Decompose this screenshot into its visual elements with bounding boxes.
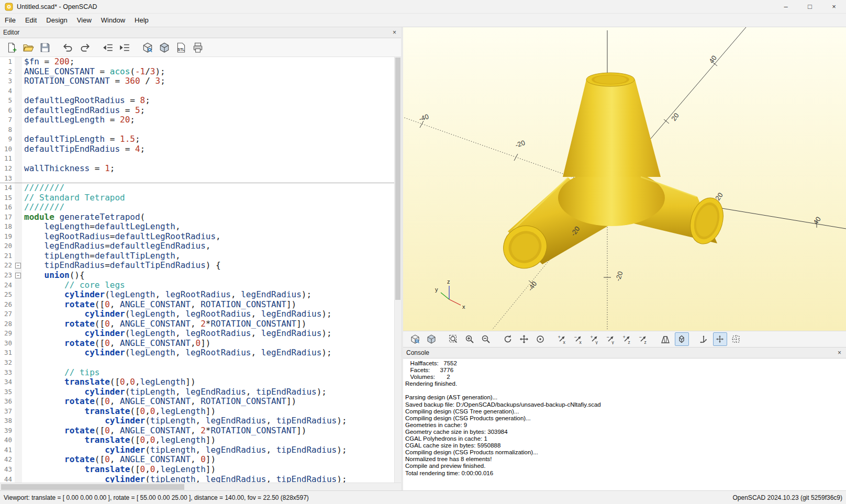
code-line[interactable]: 32	[0, 358, 401, 368]
print-button[interactable]	[190, 40, 206, 55]
show-axes-button[interactable]	[697, 332, 711, 346]
maximize-button[interactable]: □	[798, 0, 822, 13]
line-number: 41	[0, 445, 15, 455]
indent-button[interactable]	[117, 40, 132, 55]
new-file-button[interactable]	[4, 40, 19, 55]
code-line[interactable]: 20 legEndRadius=defaultlegEndRadius,	[0, 241, 401, 251]
code-line[interactable]: 30 rotate([0, ANGLE_CONSTANT,0])	[0, 339, 401, 349]
code-line[interactable]: 29 cylinder(legLength, legRootRadius, le…	[0, 329, 401, 339]
close-button[interactable]: ×	[822, 0, 846, 13]
view-all-button[interactable]	[447, 332, 461, 346]
save-button[interactable]	[37, 40, 53, 55]
code-line[interactable]: 18 legLength=defaultLegLength,	[0, 222, 401, 232]
code-line[interactable]: 44 cylinder(tipLength, legEndRadius, tip…	[0, 475, 401, 483]
zoom-in-button[interactable]	[463, 332, 477, 346]
render-button[interactable]	[157, 40, 172, 55]
fold-margin	[15, 455, 22, 465]
view-front-button[interactable]: z+	[620, 332, 634, 346]
menu-design[interactable]: Design	[41, 15, 72, 26]
editor-close-button[interactable]: ×	[388, 29, 401, 36]
view-back-button[interactable]: z−	[637, 332, 651, 346]
scrollbar-thumb[interactable]	[395, 58, 400, 300]
zoom-out-button[interactable]	[479, 332, 493, 346]
code-line[interactable]: 22− tipEndRadius=defaultTipEndRadius) {	[0, 261, 401, 271]
scrollbar-thumb[interactable]	[1, 484, 184, 490]
code-line[interactable]: 3ROTATION_CONSTANT = 360 / 3;	[0, 76, 401, 86]
preview-button[interactable]	[140, 40, 155, 55]
console-close-button[interactable]: ×	[833, 349, 846, 356]
code-line[interactable]: 15// Standard Tetrapod	[0, 193, 401, 203]
code-line[interactable]: 25 cylinder(legLength, legRootRadius, le…	[0, 290, 401, 300]
code-line[interactable]: 26 rotate([0, ANGLE_CONSTANT, ROTATION_C…	[0, 300, 401, 310]
minimize-button[interactable]: –	[774, 0, 798, 13]
code-line[interactable]: 7defaultLegLength = 20;	[0, 115, 401, 125]
code-line[interactable]: 38 cylinder(tipLength, legEndRadius, tip…	[0, 416, 401, 426]
show-crosshairs-button[interactable]	[729, 332, 743, 346]
code-line[interactable]: 8	[0, 125, 401, 135]
code-editor[interactable]: 1$fn = 200;2ANGLE_CONSTANT = acos(-1/3);…	[0, 57, 401, 483]
menu-edit[interactable]: Edit	[20, 15, 41, 26]
code-line[interactable]: 36 rotate([0, ANGLE_CONSTANT, ROTATION_C…	[0, 397, 401, 407]
menu-window[interactable]: Window	[96, 15, 130, 26]
code-line[interactable]: 40 translate([0,0,legLength])	[0, 435, 401, 445]
open-button[interactable]	[20, 40, 36, 55]
code-line[interactable]: 43 translate([0,0,legLength])	[0, 465, 401, 475]
code-line[interactable]: 35 cylinder(tipLength, legEndRadius, tip…	[0, 387, 401, 397]
preview-button[interactable]	[408, 332, 422, 346]
menu-help[interactable]: Help	[130, 15, 153, 26]
code-line[interactable]: 11	[0, 154, 401, 164]
menu-file[interactable]: File	[0, 15, 20, 26]
code-line[interactable]: 34 translate([0,0,legLength])	[0, 377, 401, 387]
export-stl-button[interactable]: STL	[173, 40, 189, 55]
perspective-button[interactable]	[659, 332, 673, 346]
redo-button[interactable]	[77, 40, 93, 55]
show-scale-markers-button[interactable]	[713, 332, 727, 346]
code-line[interactable]: 4	[0, 86, 401, 96]
render-icon	[159, 42, 170, 53]
3d-viewport[interactable]: 4020-40-202040-20-40-20 z x y	[403, 27, 846, 331]
rotate-view-button[interactable]	[501, 332, 515, 346]
line-number: 9	[0, 135, 15, 144]
code-line[interactable]: 6defaultlegEndRadius = 5;	[0, 106, 401, 116]
undo-button[interactable]	[60, 40, 76, 55]
orthogonal-button[interactable]	[675, 332, 689, 346]
code-line[interactable]: 28 rotate([0, ANGLE_CONSTANT, 2*ROTATION…	[0, 319, 401, 329]
code-line[interactable]: 21 tipLength=defaultTipLength,	[0, 251, 401, 261]
move-view-button[interactable]	[517, 332, 531, 346]
code-line[interactable]: 31 cylinder(legLength, legRootRadius, le…	[0, 348, 401, 358]
code-line[interactable]: 24 // core legs	[0, 281, 401, 290]
code-line[interactable]: 27 cylinder(legLength, legRootRadius, le…	[0, 309, 401, 319]
view-top-button[interactable]: y+	[588, 332, 602, 346]
console-line: Volumes: 2	[405, 374, 846, 380]
unindent-button[interactable]	[100, 40, 116, 55]
fold-margin	[15, 358, 22, 368]
code-line[interactable]: 39 rotate([0, ANGLE_CONSTANT, 2*ROTATION…	[0, 426, 401, 436]
view-right-button[interactable]: x+	[555, 332, 570, 346]
code-line[interactable]: 17module generateTetrapod(	[0, 212, 401, 222]
code-line[interactable]: 16////////	[0, 203, 401, 212]
code-line[interactable]: 12wallThickness = 1;	[0, 164, 401, 174]
center-view-button[interactable]	[533, 332, 548, 346]
code-line[interactable]: 23− union(){	[0, 271, 401, 281]
render-button[interactable]	[425, 332, 439, 346]
code-line[interactable]: 10defaultTipEndRadius = 4;	[0, 144, 401, 154]
fold-marker[interactable]: −	[15, 271, 22, 281]
code-line[interactable]: 33 // tips	[0, 368, 401, 378]
code-line[interactable]: 37 translate([0,0,legLength])	[0, 407, 401, 417]
code-line[interactable]: 2ANGLE_CONSTANT = acos(-1/3);	[0, 67, 401, 77]
editor-horizontal-scrollbar[interactable]	[0, 483, 401, 490]
editor-vertical-scrollbar[interactable]	[394, 57, 401, 483]
code-line[interactable]: 5defaultLegRootRadius = 8;	[0, 96, 401, 106]
code-line[interactable]: 14////////	[0, 183, 401, 193]
view-bottom-button[interactable]: y−	[604, 332, 618, 346]
fold-marker[interactable]: −	[15, 261, 22, 271]
code-line[interactable]: 41 cylinder(tipLength, legEndRadius, tip…	[0, 445, 401, 455]
code-line[interactable]: 9defaultTipLength = 1.5;	[0, 135, 401, 144]
menu-view[interactable]: View	[72, 15, 96, 26]
view-left-button[interactable]: x−	[572, 332, 586, 346]
statusbar-viewport-info: Viewport: translate = [ 0.00 0.00 0.00 ]…	[4, 494, 309, 501]
code-line[interactable]: 42 rotate([0, ANGLE_CONSTANT, 0])	[0, 455, 401, 465]
code-line[interactable]: 13	[0, 174, 401, 184]
code-line[interactable]: 1$fn = 200;	[0, 57, 401, 67]
code-line[interactable]: 19 legRootRadius=defaultLegRootRadius,	[0, 232, 401, 242]
